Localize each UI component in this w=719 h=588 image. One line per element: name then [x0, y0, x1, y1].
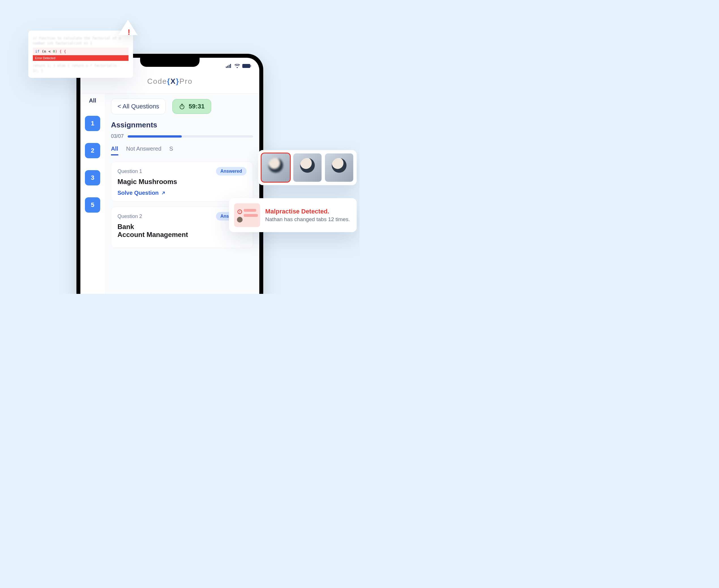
alert-circle-icon: ! — [237, 210, 242, 214]
svg-point-4 — [237, 67, 237, 68]
alert-exclamation-icon: ! — [128, 28, 130, 37]
malpractice-subtitle: Nathan has changed tabs 12 times. — [265, 216, 350, 223]
malpractice-toast[interactable]: ! Malpractise Detected. Nathan has chang… — [229, 198, 357, 232]
phone-screen: Code{X}Pro All 1 2 3 5 < All Questions — [80, 58, 259, 294]
question-title: Magic Mushrooms — [118, 178, 247, 186]
tab-all[interactable]: All — [111, 146, 118, 155]
stopwatch-icon — [179, 103, 185, 109]
malpractice-icon: ! — [234, 203, 260, 227]
error-detection-card: ! // Function to calculate the factorial… — [28, 30, 133, 78]
question-tile-1[interactable]: 1 — [85, 116, 100, 131]
question-number-rail: All 1 2 3 5 — [80, 93, 105, 294]
question-number-label: Question 2 — [118, 213, 142, 219]
rail-all-label[interactable]: All — [89, 98, 96, 104]
wifi-icon — [234, 64, 240, 68]
keyword-if: if — [35, 49, 40, 54]
tabs-row: All Not Answered S — [111, 146, 253, 155]
proctor-avatar-flagged[interactable] — [261, 153, 290, 182]
arrow-up-right-icon — [161, 191, 166, 195]
question-tile-2[interactable]: 2 — [85, 143, 100, 158]
malpractice-title: Malpractise Detected. — [265, 208, 350, 215]
assignments-title: Assignments — [111, 121, 253, 129]
proctor-avatar[interactable] — [293, 153, 321, 182]
tab-s-partial[interactable]: S — [169, 146, 173, 155]
progress-count: 03/07 — [111, 133, 124, 139]
assignments-panel: < All Questions 59:31 Assignments 03/07 — [105, 93, 259, 294]
question-title: Bank Account Management — [118, 223, 247, 239]
solve-question-link[interactable]: Solve Question — [118, 190, 247, 196]
all-questions-button[interactable]: < All Questions — [111, 99, 166, 114]
code-error-line: if (n < 0) { { — [33, 47, 128, 55]
battery-icon — [242, 64, 250, 68]
code-blur-bottom: return 1; } else { return n * factorial(… — [33, 63, 128, 73]
proctor-avatar[interactable] — [325, 153, 353, 182]
progress-fill — [128, 135, 182, 138]
status-badge: Answered — [216, 167, 247, 175]
svg-rect-3 — [230, 64, 231, 68]
progress-bar — [128, 135, 253, 138]
phone-frame: Code{X}Pro All 1 2 3 5 < All Questions — [77, 54, 263, 294]
question-card[interactable]: Question 1 Answered Magic Mushrooms Solv… — [111, 162, 253, 202]
svg-rect-0 — [226, 66, 227, 68]
error-bar: Error Detected — [33, 55, 128, 61]
question-number-label: Question 1 — [118, 168, 142, 174]
svg-rect-2 — [229, 65, 230, 68]
proctor-strip — [258, 150, 357, 185]
tab-not-answered[interactable]: Not Answered — [126, 146, 162, 155]
question-tile-3[interactable]: 3 — [85, 170, 100, 185]
timer-value: 59:31 — [189, 103, 204, 110]
code-blur-top: // Function to calculate the factorial o… — [33, 36, 128, 46]
phone-notch — [140, 58, 199, 67]
signal-icon — [226, 64, 232, 68]
mini-avatar-icon — [237, 217, 242, 223]
question-tile-5[interactable]: 5 — [85, 197, 100, 213]
svg-rect-1 — [227, 66, 228, 68]
timer-badge: 59:31 — [172, 99, 211, 114]
